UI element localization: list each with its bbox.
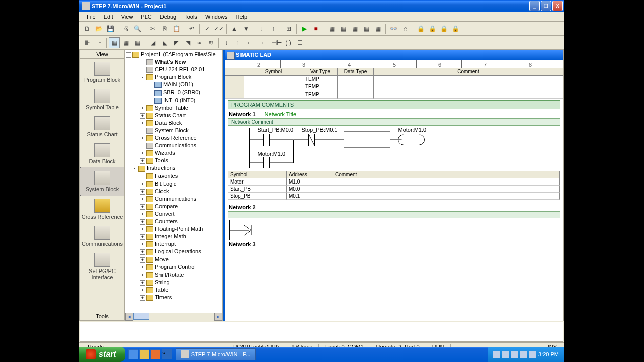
status-chart-icon[interactable]: ▦ xyxy=(326,23,337,34)
prev-bookmark-icon[interactable]: ◤ xyxy=(171,37,182,48)
scroll-right-icon[interactable]: ► xyxy=(214,313,222,321)
sort-asc-icon[interactable]: ↓ xyxy=(256,23,267,34)
copy-icon[interactable]: ⎘ xyxy=(159,23,170,34)
lock1-icon[interactable]: 🔒 xyxy=(415,23,426,34)
tree-node[interactable]: Favorites xyxy=(126,172,222,180)
var-hdr-comment[interactable]: Comment xyxy=(374,68,564,76)
pause-icon[interactable]: ⎌ xyxy=(399,23,411,34)
contact-icon[interactable]: ⊣⊢ xyxy=(271,37,282,48)
program-comments[interactable]: PROGRAM COMMENTS xyxy=(228,100,560,109)
tray-clock[interactable]: 3:20 PM xyxy=(538,351,559,357)
stop-icon[interactable]: ■ xyxy=(310,23,321,34)
network-1-comment[interactable]: Network Comment xyxy=(228,118,560,126)
tree-node[interactable]: +Symbol Table xyxy=(126,104,222,112)
scroll-left-icon[interactable]: ◄ xyxy=(125,313,133,321)
network-3-header[interactable]: Network 3 xyxy=(226,240,562,248)
menu-tools[interactable]: Tools xyxy=(180,13,201,21)
view-lad-icon[interactable]: ▦ xyxy=(109,37,120,48)
tree-node[interactable]: +Shift/Rotate xyxy=(126,271,222,279)
tree-node[interactable]: +Logical Operations xyxy=(126,248,222,255)
sym-hdr-symbol[interactable]: Symbol xyxy=(228,171,287,178)
toggle-bookmark-icon[interactable]: ◢ xyxy=(147,37,158,48)
tree-node[interactable]: +Tools xyxy=(126,157,222,164)
upload-icon[interactable]: ▲ xyxy=(229,23,240,34)
symbol-row[interactable]: MotorM1.0 xyxy=(228,178,560,186)
view-symbol-table[interactable]: Symbol Table xyxy=(80,86,124,113)
tool-x2-icon[interactable]: ≋ xyxy=(205,37,216,48)
tree-node[interactable]: +Integer Math xyxy=(126,233,222,240)
preview-icon[interactable]: 🔍 xyxy=(132,23,143,34)
undo-icon[interactable]: ↶ xyxy=(186,23,197,34)
quicklaunch-media-icon[interactable] xyxy=(150,349,160,359)
view-program-block[interactable]: Program Block xyxy=(80,59,124,86)
var-hdr-symbol[interactable]: Symbol xyxy=(244,68,303,76)
view-stl-icon[interactable]: ▦ xyxy=(120,37,131,48)
quicklaunch-desktop-icon[interactable] xyxy=(139,349,149,359)
network-2-comment[interactable] xyxy=(228,211,560,218)
view-status-chart[interactable]: Status Chart xyxy=(80,113,124,140)
tree-node[interactable]: +Data Block xyxy=(126,119,222,127)
run-icon[interactable]: ▶ xyxy=(299,23,310,34)
scroll-thumb[interactable] xyxy=(133,313,149,320)
maximize-button[interactable]: ❐ xyxy=(541,1,551,11)
tree-node[interactable]: +String xyxy=(126,279,222,286)
tree-node[interactable]: +Move xyxy=(126,256,222,263)
tree-node[interactable]: System Block xyxy=(126,127,222,134)
tree-node[interactable]: +Floating-Point Math xyxy=(126,225,222,233)
sym-hdr-address[interactable]: Address xyxy=(287,171,333,178)
tree-node[interactable]: +Interrupt xyxy=(126,240,222,248)
force-icon[interactable]: ▦ xyxy=(372,23,383,34)
tree-node[interactable]: INT_0 (INT0) xyxy=(126,97,222,104)
coil-icon[interactable]: ( ) xyxy=(283,37,294,48)
menu-help[interactable]: Help xyxy=(232,13,252,21)
sort-desc-icon[interactable]: ↑ xyxy=(268,23,279,34)
cut-icon[interactable]: ✂ xyxy=(147,23,158,34)
quicklaunch-more-icon[interactable]: » xyxy=(162,349,172,359)
editor-title[interactable]: SIMATIC LAD xyxy=(225,50,564,60)
tray-icon-4[interactable] xyxy=(520,351,527,358)
tree-node[interactable]: +Cross Reference xyxy=(126,134,222,142)
menu-plc[interactable]: PLC xyxy=(137,13,155,21)
lock2-icon[interactable]: 🔒 xyxy=(427,23,438,34)
save-icon[interactable]: 💾 xyxy=(105,23,116,34)
tree-scrollbar-h[interactable]: ◄ ► xyxy=(125,313,222,321)
menu-debug[interactable]: Debug xyxy=(156,13,180,21)
lock4-icon[interactable]: 🔒 xyxy=(450,23,461,34)
open-icon[interactable]: 📂 xyxy=(93,23,104,34)
new-icon[interactable]: 🗋 xyxy=(82,23,93,34)
paste-icon[interactable]: 📋 xyxy=(171,23,182,34)
tool-x1-icon[interactable]: ≈ xyxy=(194,37,205,48)
tray-icon-1[interactable] xyxy=(493,351,500,358)
compile-icon[interactable]: ✓ xyxy=(202,23,213,34)
lock3-icon[interactable]: 🔒 xyxy=(438,23,449,34)
close-button[interactable]: X xyxy=(552,1,563,11)
view-set-pgpc[interactable]: Set PG/PC Interface xyxy=(80,250,124,283)
tree-node[interactable]: SBR_0 (SBR0) xyxy=(126,88,222,96)
line-right-icon[interactable]: → xyxy=(256,37,267,48)
clear-bookmark-icon[interactable]: ◥ xyxy=(182,37,193,48)
view-data-block[interactable]: Data Block xyxy=(80,140,124,167)
tree-node[interactable]: +Timers xyxy=(126,294,222,301)
network-1-header[interactable]: Network 1Network Title xyxy=(226,110,562,118)
symbol-row[interactable]: Stop_PBM0.1 xyxy=(228,193,560,200)
sym-hdr-comment[interactable]: Comment xyxy=(333,171,560,178)
compile-all-icon[interactable]: ✓✓ xyxy=(213,23,224,34)
tree-node[interactable]: MAIN (OB1) xyxy=(126,81,222,88)
tool-bar1-icon[interactable]: ⊪ xyxy=(82,37,93,48)
tree-node[interactable]: -Instructions xyxy=(126,164,222,172)
tree-node[interactable]: +Bit Logic xyxy=(126,180,222,188)
view-communications[interactable]: Communications xyxy=(80,223,124,250)
line-up-icon[interactable]: ↑ xyxy=(232,37,244,48)
menu-windows[interactable]: Windows xyxy=(201,13,232,21)
view-system-block[interactable]: System Block xyxy=(80,167,124,196)
tree-node[interactable]: -Program Block xyxy=(126,73,222,81)
view-cross-reference[interactable]: Cross Reference xyxy=(80,196,124,223)
box-icon[interactable]: ☐ xyxy=(294,37,305,48)
network-2-header[interactable]: Network 2 xyxy=(226,203,562,211)
symbol-table[interactable]: Symbol Address Comment MotorM1.0Start_PB… xyxy=(228,171,560,200)
options-icon[interactable]: ⊞ xyxy=(283,23,294,34)
var-hdr-vartype[interactable]: Var Type xyxy=(303,68,338,76)
output-window[interactable] xyxy=(80,322,564,342)
tree-node[interactable]: +Table xyxy=(126,286,222,294)
tree-node[interactable]: +Status Chart xyxy=(126,112,222,119)
